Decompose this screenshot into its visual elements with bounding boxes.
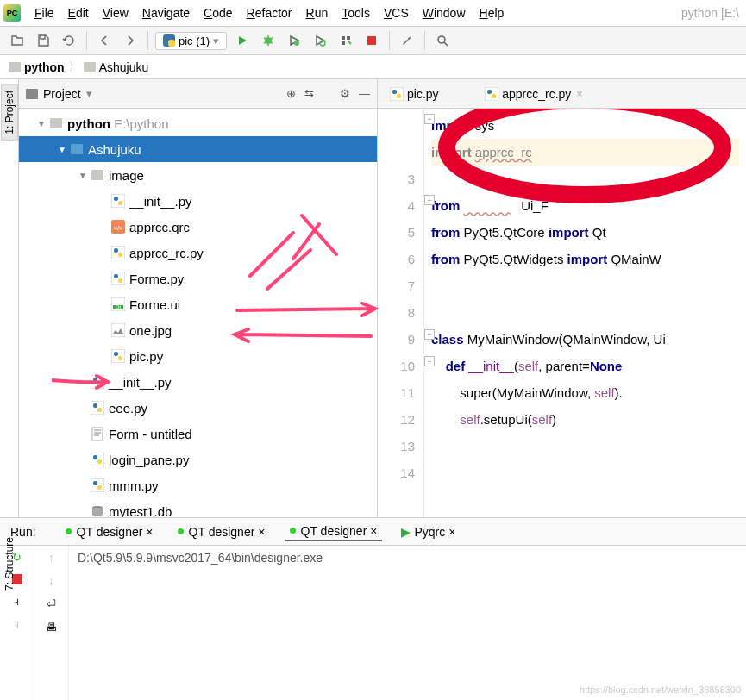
tree-item[interactable]: Form - untitled — [19, 421, 377, 447]
gear-icon[interactable]: ⚙ — [340, 87, 350, 100]
folder-blue-icon — [69, 141, 85, 157]
tree-item[interactable]: QtForme.ui — [19, 291, 377, 317]
target-icon[interactable]: ⊕ — [286, 87, 296, 100]
project-icon — [26, 89, 38, 99]
wrench-icon[interactable] — [397, 30, 417, 51]
tree-item[interactable]: one.jpg — [19, 317, 377, 343]
folder-gray-icon — [90, 167, 105, 183]
svg-rect-26 — [93, 378, 97, 382]
qrc-icon: </> — [110, 219, 126, 234]
run-icon[interactable] — [232, 30, 253, 51]
fold-icon[interactable]: − — [424, 195, 435, 205]
menu-view[interactable]: View — [97, 4, 134, 22]
folder-icon — [84, 62, 96, 72]
svg-text:</>: </> — [113, 224, 123, 232]
wrap-icon[interactable]: ⏎ — [47, 597, 56, 610]
menu-window[interactable]: Window — [417, 4, 471, 22]
window-title-path: python [E:\ — [681, 6, 743, 20]
minimize-icon[interactable]: — — [359, 87, 370, 100]
collapse-icon[interactable]: ⇆ — [304, 87, 314, 100]
run-config-selector[interactable]: pic (1) ▾ — [155, 32, 227, 50]
svg-rect-34 — [97, 459, 102, 464]
fold-icon[interactable]: − — [424, 114, 435, 124]
menu-bar: PC FileEditViewNavigateCodeRefactorRunTo… — [0, 0, 746, 26]
coverage-icon[interactable] — [284, 30, 304, 51]
svg-rect-16 — [114, 274, 118, 278]
menu-tools[interactable]: Tools — [336, 4, 375, 22]
menu-vcs[interactable]: VCS — [379, 4, 414, 22]
chevron-down-icon: ▾ — [213, 34, 219, 47]
stop-icon[interactable] — [361, 30, 382, 51]
refresh-icon[interactable] — [59, 30, 79, 51]
editor-tab[interactable]: apprcc_rc.py× — [478, 84, 590, 104]
tree-item[interactable]: __init__.py — [19, 188, 377, 214]
breadcrumb-child[interactable]: Ashujuku — [99, 60, 149, 74]
menu-help[interactable]: Help — [474, 4, 510, 22]
py-icon — [110, 271, 126, 286]
profile-icon[interactable] — [310, 30, 330, 51]
attach-icon[interactable] — [335, 30, 356, 51]
svg-rect-22 — [111, 349, 125, 363]
breadcrumb-root[interactable]: python — [24, 60, 65, 74]
tree-item[interactable]: mmm.py — [19, 472, 377, 498]
structure-tool-tab[interactable]: 7: Structure — [1, 531, 18, 597]
code-editor[interactable]: import sysimport apprcc_rcfrom Ui_Ffrom … — [424, 109, 746, 517]
menu-edit[interactable]: Edit — [63, 4, 94, 22]
close-icon[interactable]: × — [576, 87, 583, 100]
menu-file[interactable]: File — [29, 4, 60, 22]
menu-navigate[interactable]: Navigate — [137, 4, 195, 22]
menu-code[interactable]: Code — [198, 4, 237, 22]
print-icon[interactable]: 🖶 — [46, 621, 57, 634]
run-tab[interactable]: QT designer × — [285, 522, 383, 541]
search-icon[interactable] — [432, 30, 453, 51]
svg-rect-1 — [168, 40, 175, 47]
project-tree[interactable]: ▼python E:\python▼Ashujuku▼image__init__… — [19, 109, 377, 517]
svg-point-2 — [265, 37, 272, 44]
tree-item[interactable]: eee.py — [19, 395, 377, 421]
up-icon[interactable]: ↑ — [48, 551, 54, 564]
ui-icon: Qt — [110, 297, 126, 312]
tree-item[interactable]: mytest1.db — [19, 498, 377, 517]
tree-item[interactable]: pic.py — [19, 343, 377, 369]
fold-icon[interactable]: − — [424, 356, 435, 366]
run-config-label: pic (1) — [179, 34, 210, 47]
back-icon[interactable] — [94, 30, 115, 51]
tree-item[interactable]: __init__.py — [19, 369, 377, 395]
panel-title[interactable]: Project — [43, 87, 81, 101]
tree-item[interactable]: ▼python E:\python — [19, 110, 377, 136]
tree-item[interactable]: Forme.py — [19, 266, 377, 291]
tree-item[interactable]: login_pane.py — [19, 447, 377, 472]
editor-area: pic.py×apprcc_rc.py× 34567891011121314 −… — [378, 79, 746, 517]
fold-icon[interactable]: − — [424, 329, 435, 340]
project-tool-tab[interactable]: 1: Project — [1, 84, 18, 141]
editor-tab[interactable]: pic.py — [383, 84, 446, 104]
tree-item[interactable]: ▼image — [19, 162, 377, 188]
tree-item[interactable]: apprcc_rc.py — [19, 240, 377, 266]
run-tab[interactable]: ▶ Pyqrc × — [396, 522, 461, 541]
run-output[interactable]: D:\Qt5.9\5.9.9\msvc2017_64\bin\designer.… — [69, 546, 746, 700]
svg-rect-24 — [118, 356, 122, 360]
tree-item[interactable]: </>apprcc.qrc — [19, 214, 377, 240]
forward-icon[interactable] — [120, 30, 141, 51]
svg-rect-41 — [397, 94, 401, 98]
svg-rect-17 — [118, 278, 122, 283]
save-icon[interactable] — [33, 30, 53, 51]
py-icon — [90, 374, 105, 390]
svg-rect-27 — [97, 382, 102, 386]
svg-rect-35 — [91, 478, 104, 492]
menu-refactor[interactable]: Refactor — [241, 4, 298, 22]
run-panel: Run: QT designer ×QT designer ×QT design… — [0, 517, 746, 700]
menu-run[interactable]: Run — [301, 4, 334, 22]
run-tab[interactable]: QT designer × — [172, 522, 271, 541]
close-icon[interactable]: × — [258, 525, 265, 539]
debug-icon[interactable] — [258, 30, 279, 51]
tree-item[interactable]: ▼Ashujuku — [19, 136, 377, 162]
close-icon[interactable]: × — [146, 525, 153, 539]
close-icon[interactable]: × — [370, 524, 377, 538]
py-icon — [90, 478, 105, 493]
folder-gray-icon — [48, 116, 64, 131]
close-icon[interactable]: × — [448, 525, 455, 539]
run-tab[interactable]: QT designer × — [60, 522, 159, 541]
down-icon[interactable]: ↓ — [48, 574, 54, 587]
open-icon[interactable] — [7, 30, 28, 51]
